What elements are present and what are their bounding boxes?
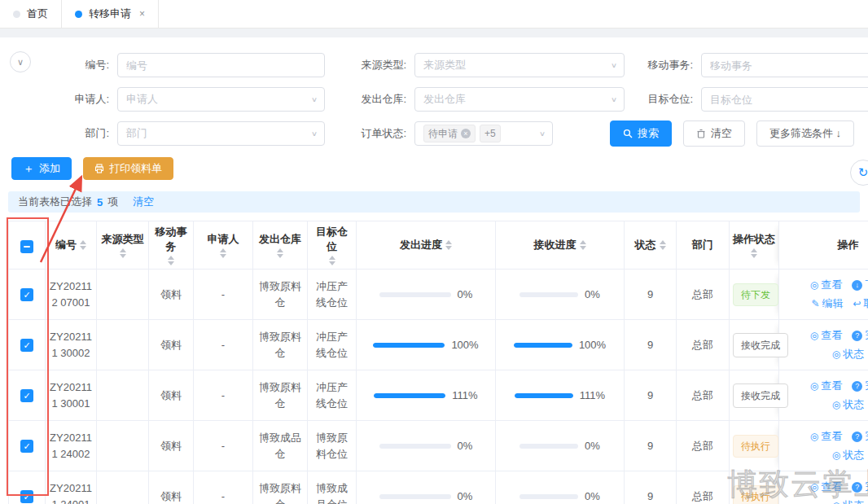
cell-status: 9 bbox=[625, 270, 677, 320]
action-label: 取消 bbox=[864, 296, 868, 312]
applicant-select[interactable]: 申请人 ∨ bbox=[117, 87, 325, 112]
cell-to-location: 博致原料仓位 bbox=[308, 421, 357, 471]
action-label: 状态 bbox=[843, 447, 864, 463]
sort-icon[interactable] bbox=[751, 248, 757, 258]
action-edit[interactable]: ✎编辑 bbox=[811, 296, 843, 312]
sort-icon[interactable] bbox=[580, 240, 586, 250]
edit-icon: ✎ bbox=[811, 296, 819, 312]
sort-icon[interactable] bbox=[445, 240, 452, 250]
eye-icon: ◎ bbox=[810, 277, 818, 293]
clear-button[interactable]: 清空 bbox=[683, 121, 745, 147]
remove-tag-icon[interactable]: × bbox=[461, 129, 471, 138]
action-status[interactable]: ◎状态 bbox=[832, 447, 864, 463]
to-location-input[interactable] bbox=[701, 87, 868, 112]
col-from-warehouse[interactable]: 发出仓库 bbox=[253, 221, 308, 270]
eye-icon: ◎ bbox=[832, 397, 840, 413]
tab-transfer-request[interactable]: 转移申请 × bbox=[62, 0, 159, 28]
col-department: 部门 bbox=[677, 221, 730, 270]
progress-label: 0% bbox=[585, 489, 600, 504]
refresh-button[interactable]: ↻ bbox=[850, 160, 868, 186]
sort-icon[interactable] bbox=[80, 240, 86, 250]
number-input[interactable] bbox=[117, 53, 325, 77]
action-line: ✎编辑↩取消 bbox=[783, 296, 868, 312]
col-move-tx[interactable]: 移动事务 bbox=[149, 221, 194, 270]
row-checkbox[interactable]: ✓ bbox=[20, 440, 33, 453]
cell-actions: ◎查看?完成◎状态 bbox=[779, 471, 868, 504]
action-complete[interactable]: ?完成 bbox=[852, 479, 868, 495]
action-status[interactable]: ◎状态 bbox=[832, 497, 864, 504]
table-row: ✓ZY202111 24001领料-博致原料仓博致成品仓位0%0%9总部待执行◎… bbox=[9, 471, 868, 504]
cell-applicant: - bbox=[194, 320, 253, 370]
col-source-type[interactable]: 来源类型 bbox=[97, 221, 149, 270]
action-label: 查看 bbox=[821, 378, 842, 394]
collapse-filters-button[interactable]: ∨ bbox=[10, 51, 31, 72]
progress: 100% bbox=[360, 337, 492, 353]
sort-icon[interactable] bbox=[660, 240, 666, 250]
eye-icon: ◎ bbox=[810, 479, 818, 495]
action-label: 查看 bbox=[821, 479, 842, 495]
move-tx-input[interactable] bbox=[701, 53, 868, 77]
action-status[interactable]: ◎状态 bbox=[832, 397, 864, 413]
q-icon: ? bbox=[852, 482, 862, 493]
row-checkbox[interactable]: ✓ bbox=[20, 288, 33, 301]
action-view[interactable]: ◎查看 bbox=[810, 378, 842, 394]
add-button[interactable]: ＋ 添加 bbox=[11, 157, 72, 180]
filter-row: 编号: 来源类型: 来源类型 ∨ 移动事务: bbox=[0, 48, 868, 82]
col-applicant[interactable]: 申请人 bbox=[194, 221, 253, 270]
progress-fill bbox=[374, 393, 445, 398]
tab-home[interactable]: 首页 bbox=[0, 0, 62, 28]
cell-from-warehouse: 博致原料仓 bbox=[253, 471, 308, 504]
cell-applicant: - bbox=[194, 270, 253, 320]
more-tags-badge: +5 bbox=[480, 125, 501, 142]
search-icon bbox=[623, 129, 633, 138]
col-status[interactable]: 状态 bbox=[625, 221, 677, 270]
from-warehouse-select[interactable]: 发出仓库 ∨ bbox=[414, 87, 625, 112]
cell-actions: ◎查看↓下发✎编辑↩取消 bbox=[779, 270, 868, 320]
sort-icon[interactable] bbox=[329, 256, 335, 265]
action-view[interactable]: ◎查看 bbox=[810, 327, 842, 344]
col-op-status[interactable]: 操作状态 bbox=[730, 221, 779, 270]
tab-status-dot bbox=[13, 11, 20, 18]
source-type-select[interactable]: 来源类型 ∨ bbox=[414, 53, 625, 77]
cell-op-status: 待执行 bbox=[730, 421, 779, 471]
page: 首页 转移申请 × ∨ 编号: 来源类型: 来源类型 bbox=[0, 0, 868, 504]
table-row: ✓ZY202111 30002领料-博致原料仓冲压产线仓位100%100%9总部… bbox=[9, 320, 868, 370]
action-dispatch[interactable]: ↓下发 bbox=[852, 277, 868, 293]
action-complete[interactable]: ?完成 bbox=[852, 327, 868, 344]
sort-icon[interactable] bbox=[168, 256, 174, 265]
table-body: ✓ZY202112 07001领料-博致原料仓冲压产线仓位0%0%9总部待下发◎… bbox=[9, 270, 868, 504]
q-icon: ? bbox=[852, 432, 862, 442]
row-checkbox[interactable]: ✓ bbox=[20, 389, 33, 402]
department-select[interactable]: 部门 ∨ bbox=[117, 121, 325, 146]
select-all-checkbox[interactable] bbox=[20, 240, 33, 253]
order-status-select[interactable]: 待申请 × +5 ∨ bbox=[414, 121, 553, 146]
clear-selection-link[interactable]: 清空 bbox=[133, 195, 154, 209]
row-checkbox[interactable]: ✓ bbox=[20, 339, 33, 352]
progress: 0% bbox=[360, 287, 492, 303]
action-complete[interactable]: ?完成 bbox=[852, 378, 868, 394]
action-cancel[interactable]: ↩取消 bbox=[853, 296, 868, 312]
action-view[interactable]: ◎查看 bbox=[810, 277, 842, 293]
col-recv-progress[interactable]: 接收进度 bbox=[496, 221, 625, 270]
cell-move-tx: 领料 bbox=[149, 270, 194, 320]
progress-fill bbox=[373, 343, 445, 348]
cell-department: 总部 bbox=[677, 370, 730, 421]
action-label: 状态 bbox=[843, 397, 864, 413]
sort-icon[interactable] bbox=[277, 248, 283, 258]
action-view[interactable]: ◎查看 bbox=[810, 479, 842, 495]
action-view[interactable]: ◎查看 bbox=[810, 428, 842, 445]
sort-icon[interactable] bbox=[120, 248, 126, 258]
more-filters-button[interactable]: 更多筛选条件 ↓ bbox=[756, 121, 854, 147]
status-filter-tag: 待申请 × bbox=[423, 125, 476, 142]
col-id[interactable]: 编号 bbox=[46, 221, 97, 270]
col-send-progress[interactable]: 发出进度 bbox=[357, 221, 496, 270]
print-picking-list-button[interactable]: 打印领料单 bbox=[83, 157, 173, 180]
search-button[interactable]: 搜索 bbox=[610, 121, 672, 147]
col-to-location[interactable]: 目标仓位 bbox=[308, 221, 357, 270]
close-icon[interactable]: × bbox=[139, 8, 145, 20]
row-checkbox[interactable]: ✓ bbox=[20, 490, 33, 503]
action-status[interactable]: ◎状态 bbox=[832, 346, 864, 362]
sort-icon[interactable] bbox=[220, 248, 226, 258]
action-complete[interactable]: ?完成 bbox=[852, 428, 868, 445]
printer-icon bbox=[94, 164, 104, 173]
